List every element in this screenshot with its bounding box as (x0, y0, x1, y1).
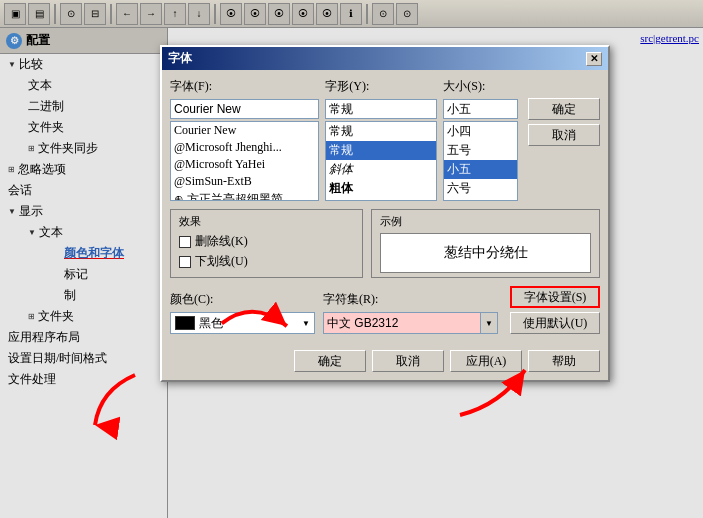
dialog-ok-button[interactable]: 确定 (528, 98, 600, 120)
style-list-item-selected[interactable]: 常规 (326, 141, 436, 160)
style-list-item-italic[interactable]: 斜体 (326, 160, 436, 179)
charset-input[interactable] (323, 312, 480, 334)
font-settings-button[interactable]: 字体设置(S) (510, 286, 600, 308)
effects-preview-row: 效果 删除线(K) 下划线(U) 示例 葱结中分绕仕 (170, 209, 600, 278)
dialog-bottom-buttons: 确定 取消 应用(A) 帮助 (162, 350, 608, 380)
strikethrough-item: 删除线(K) (179, 233, 354, 250)
underline-item: 下划线(U) (179, 253, 354, 270)
font-name-column: 字体(F): Courier New @Microsoft Jhenghi...… (170, 78, 319, 201)
underline-label: 下划线(U) (195, 253, 248, 270)
charset-input-row: ▼ (323, 312, 498, 334)
font-name-label: 字体(F): (170, 78, 319, 95)
bottom-apply-button[interactable]: 应用(A) (450, 350, 522, 372)
color-section: 颜色(C): 黑色 ▼ (170, 291, 315, 334)
dialog-close-button[interactable]: ✕ (586, 52, 602, 66)
font-size-listbox[interactable]: 小四 五号 小五 六号 小六 七号 八号 (443, 121, 518, 201)
color-label: 颜色(C): (170, 291, 315, 308)
underline-checkbox[interactable] (179, 256, 191, 268)
preview-section: 示例 葱结中分绕仕 (371, 209, 600, 278)
bottom-cancel-button[interactable]: 取消 (372, 350, 444, 372)
effects-section: 效果 删除线(K) 下划线(U) (170, 209, 363, 278)
preview-title: 示例 (380, 214, 591, 229)
preview-box: 葱结中分绕仕 (380, 233, 591, 273)
font-name-input[interactable] (170, 99, 319, 119)
style-list-item-bold-italic[interactable]: 粗体 倾斜 (326, 198, 436, 201)
size-list-item-selected[interactable]: 小五 (444, 160, 517, 179)
size-list-item[interactable]: 小六 (444, 198, 517, 201)
color-charset-row: 颜色(C): 黑色 ▼ 字符集(R): ▼ 字体设置(S) 使用默认(U) (170, 286, 600, 334)
size-list-item[interactable]: 六号 (444, 179, 517, 198)
style-list-item[interactable]: 常规 (326, 122, 436, 141)
size-list-item[interactable]: 五号 (444, 141, 517, 160)
effects-title: 效果 (179, 214, 354, 229)
font-style-input[interactable] (325, 99, 437, 119)
font-dialog: 字体 ✕ 字体(F): Courier New @Microsoft Jheng… (160, 45, 610, 382)
font-list-item[interactable]: @Microsoft YaHei (171, 156, 318, 173)
dialog-right-buttons: 确定 取消 (528, 78, 600, 201)
dialog-title-text: 字体 (168, 50, 192, 67)
bottom-ok-button[interactable]: 确定 (294, 350, 366, 372)
font-size-column: 大小(S): 小四 五号 小五 六号 小六 七号 八号 (443, 78, 518, 201)
font-style-listbox[interactable]: 常规 常规 斜体 粗体 粗体 倾斜 (325, 121, 437, 201)
font-style-label: 字形(Y): (325, 78, 437, 95)
charset-section: 字符集(R): ▼ (323, 291, 498, 334)
charset-dropdown-button[interactable]: ▼ (480, 312, 498, 334)
dialog-body: 字体(F): Courier New @Microsoft Jhenghi...… (162, 70, 608, 350)
color-dropdown-arrow: ▼ (302, 319, 310, 328)
font-style-column: 字形(Y): 常规 常规 斜体 粗体 粗体 倾斜 (325, 78, 437, 201)
use-default-button[interactable]: 使用默认(U) (510, 312, 600, 334)
font-list-item[interactable]: @Microsoft Jhenghi... (171, 139, 318, 156)
font-size-label: 大小(S): (443, 78, 518, 95)
font-list-item[interactable]: Courier New (171, 122, 318, 139)
style-list-item-bold[interactable]: 粗体 (326, 179, 436, 198)
color-swatch (175, 316, 195, 330)
color-value: 黑色 (199, 315, 223, 332)
font-name-listbox[interactable]: Courier New @Microsoft Jhenghi... @Micro… (170, 121, 319, 201)
font-list-item[interactable]: ⊕ 方正兰亭超细黑简... (171, 190, 318, 201)
dialog-cancel-button[interactable]: 取消 (528, 124, 600, 146)
strikethrough-label: 删除线(K) (195, 233, 248, 250)
font-size-input[interactable] (443, 99, 518, 119)
preview-text: 葱结中分绕仕 (444, 244, 528, 262)
charset-label: 字符集(R): (323, 291, 498, 308)
bottom-help-button[interactable]: 帮助 (528, 350, 600, 372)
font-list-item[interactable]: @SimSun-ExtB (171, 173, 318, 190)
color-dropdown[interactable]: 黑色 ▼ (170, 312, 315, 334)
size-list-item[interactable]: 小四 (444, 122, 517, 141)
strikethrough-checkbox[interactable] (179, 236, 191, 248)
dialog-title-bar: 字体 ✕ (162, 47, 608, 70)
